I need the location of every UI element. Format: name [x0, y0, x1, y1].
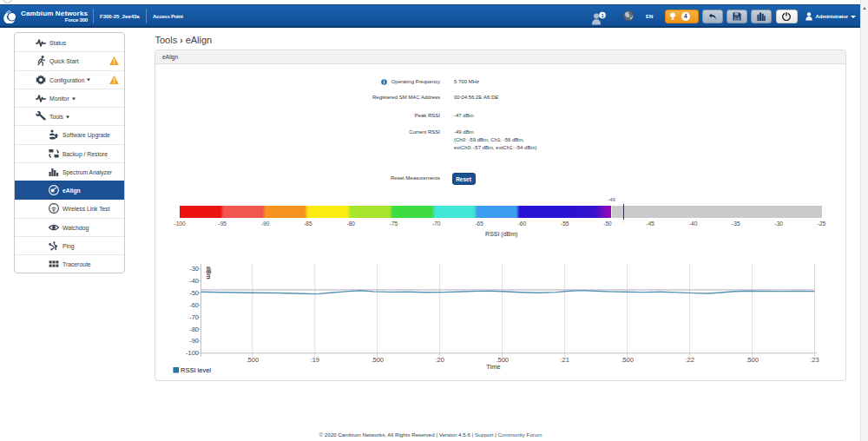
svg-text:-70: -70: [189, 313, 199, 321]
svg-text::23: :23: [810, 356, 819, 364]
svg-text:-30: -30: [189, 265, 199, 273]
svg-text::21: :21: [560, 356, 569, 364]
svg-text:dBm: dBm: [206, 267, 212, 280]
svg-text::22: :22: [685, 356, 694, 364]
svg-text:RSSI level: RSSI level: [181, 366, 211, 374]
svg-text:.500: .500: [246, 356, 259, 364]
svg-text:-100: -100: [185, 349, 198, 357]
svg-text:-60: -60: [189, 301, 199, 309]
svg-text::20: :20: [435, 356, 444, 364]
svg-text:-50: -50: [189, 289, 199, 297]
svg-text:-40: -40: [189, 277, 199, 285]
svg-text:-80: -80: [189, 326, 199, 333]
svg-text:.500: .500: [371, 356, 384, 364]
svg-text::19: :19: [310, 356, 319, 364]
svg-text:-90: -90: [189, 337, 199, 345]
svg-text:.500: .500: [621, 356, 634, 364]
svg-text:.500: .500: [746, 356, 759, 364]
svg-text:Time: Time: [486, 363, 500, 371]
